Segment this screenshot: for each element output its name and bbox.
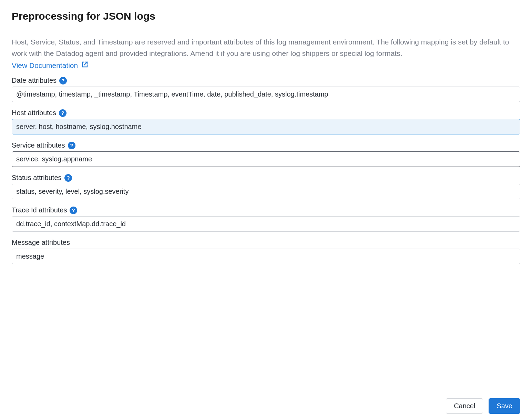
message-attributes-field: Message attributes xyxy=(12,239,520,264)
service-attributes-field: Service attributes ? xyxy=(12,141,520,167)
message-attributes-input[interactable] xyxy=(12,249,520,264)
save-button[interactable]: Save xyxy=(489,398,520,414)
trace-id-attributes-label: Trace Id attributes xyxy=(12,206,67,214)
svg-text:?: ? xyxy=(72,207,75,213)
svg-text:?: ? xyxy=(61,110,64,116)
trace-id-attributes-field: Trace Id attributes ? xyxy=(12,206,520,232)
page-title: Preprocessing for JSON logs xyxy=(12,10,520,22)
trace-id-attributes-input[interactable] xyxy=(12,216,520,232)
status-attributes-field: Status attributes ? xyxy=(12,174,520,199)
svg-text:?: ? xyxy=(66,175,70,181)
host-attributes-label: Host attributes xyxy=(12,109,56,117)
date-attributes-label: Date attributes xyxy=(12,77,57,84)
svg-text:?: ? xyxy=(70,142,73,148)
status-attributes-input[interactable] xyxy=(12,184,520,199)
host-attributes-field: Host attributes ? xyxy=(12,109,520,134)
status-attributes-label: Status attributes xyxy=(12,174,62,182)
footer: Cancel Save xyxy=(0,392,532,420)
date-attributes-field: Date attributes ? xyxy=(12,77,520,102)
external-link-icon xyxy=(78,60,89,70)
help-icon[interactable]: ? xyxy=(68,142,75,149)
help-icon[interactable]: ? xyxy=(59,77,67,84)
date-attributes-input[interactable] xyxy=(12,87,520,102)
help-icon[interactable]: ? xyxy=(59,109,66,117)
service-attributes-label: Service attributes xyxy=(12,141,65,149)
help-icon[interactable]: ? xyxy=(64,174,72,182)
help-icon[interactable]: ? xyxy=(70,207,77,214)
cancel-button[interactable]: Cancel xyxy=(446,398,483,414)
page-description: Host, Service, Status, and Timestamp are… xyxy=(12,37,520,59)
doc-link-label: View Documentation xyxy=(12,61,78,70)
svg-text:?: ? xyxy=(61,78,64,83)
view-documentation-link[interactable]: View Documentation xyxy=(12,60,89,70)
host-attributes-input[interactable] xyxy=(12,119,520,134)
service-attributes-input[interactable] xyxy=(12,151,520,167)
message-attributes-label: Message attributes xyxy=(12,239,70,247)
